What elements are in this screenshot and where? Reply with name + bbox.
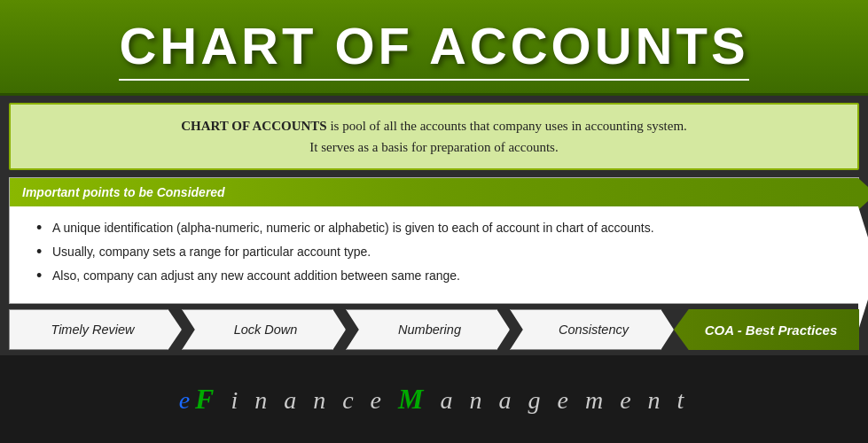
tab-numbering[interactable]: Numbering	[346, 309, 510, 350]
description-rest: is pool of all the accounts that company…	[327, 119, 687, 133]
tab-numbering-label: Numbering	[398, 323, 461, 337]
tab-coa-label: COA - Best Practices	[705, 323, 838, 338]
description-bold: CHART OF ACCOUNTS	[181, 119, 327, 133]
description-line2: It serves as a basis for preparation of …	[28, 136, 840, 158]
best-practices-row: Timely Review Lock Down Numbering Consis…	[9, 309, 859, 350]
footer-m: M	[398, 383, 428, 415]
list-item: A unique identification (alpha-numeric, …	[36, 219, 841, 237]
tab-consistency[interactable]: Consistency	[510, 309, 674, 350]
footer-f: F	[195, 383, 219, 415]
page-title: CHART OF ACCOUNTS	[119, 16, 748, 81]
tab-lockdown-label: Lock Down	[234, 323, 298, 337]
footer-brand: eF i n a n c e M a n a g e m e n t	[179, 383, 690, 416]
points-list: A unique identification (alpha-numeric, …	[36, 219, 841, 285]
tab-timely-review[interactable]: Timely Review	[9, 309, 182, 350]
list-item: Usually, company sets a range for partic…	[36, 243, 841, 261]
tab-lock-down[interactable]: Lock Down	[182, 309, 346, 350]
main-container: CHART OF ACCOUNTS CHART OF ACCOUNTS is p…	[0, 0, 868, 443]
footer: eF i n a n c e M a n a g e m e n t	[0, 355, 868, 443]
points-section: Important points to be Considered A uniq…	[9, 177, 859, 304]
footer-anagement: a n a g e m e n t	[429, 386, 690, 414]
description-line1: CHART OF ACCOUNTS is pool of all the acc…	[28, 115, 840, 136]
tab-coa-best-practices[interactable]: COA - Best Practices	[674, 309, 859, 350]
points-header-label: Important points to be Considered	[22, 185, 225, 199]
description-box: CHART OF ACCOUNTS is pool of all the acc…	[9, 103, 859, 170]
tab-timely-label: Timely Review	[51, 323, 134, 337]
footer-inance: i n a n c e	[219, 386, 398, 414]
footer-e: e	[179, 386, 195, 414]
list-item: Also, company can adjust any new account…	[36, 267, 841, 285]
tab-consistency-label: Consistency	[559, 323, 629, 337]
points-header: Important points to be Considered	[10, 178, 858, 206]
points-body: A unique identification (alpha-numeric, …	[10, 206, 858, 303]
header-section: CHART OF ACCOUNTS	[0, 0, 868, 96]
